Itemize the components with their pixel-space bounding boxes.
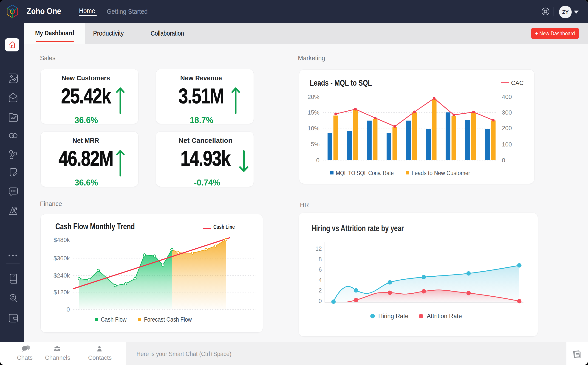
svg-text:4: 4 bbox=[319, 277, 322, 283]
svg-text:10%: 10% bbox=[308, 125, 319, 132]
svg-text:2: 2 bbox=[319, 287, 322, 294]
svg-text:12: 12 bbox=[315, 246, 322, 252]
svg-text:$480k: $480k bbox=[54, 236, 70, 243]
svg-text:20%: 20% bbox=[308, 93, 319, 100]
svg-text:8: 8 bbox=[319, 256, 322, 262]
svg-text:$360k: $360k bbox=[54, 255, 70, 262]
svg-text:100: 100 bbox=[502, 141, 512, 148]
svg-text:400: 400 bbox=[502, 93, 512, 100]
svg-text:MQL TO SQL Conv. Rate: MQL TO SQL Conv. Rate bbox=[336, 170, 394, 176]
svg-text:Attrition Rate: Attrition Rate bbox=[427, 312, 462, 320]
svg-text:Cash Flow: Cash Flow bbox=[101, 316, 127, 323]
svg-text:15%: 15% bbox=[308, 109, 319, 116]
svg-text:$240k: $240k bbox=[54, 272, 70, 279]
svg-text:Forecast Cash Flow: Forecast Cash Flow bbox=[144, 316, 192, 323]
svg-text:Hiring vs Attrition rate by ye: Hiring vs Attrition rate by year bbox=[312, 224, 404, 233]
svg-text:Chats: Chats bbox=[17, 354, 33, 361]
svg-text:Leads - MQL to SQL: Leads - MQL to SQL bbox=[310, 78, 372, 87]
svg-text:Contacts: Contacts bbox=[88, 354, 112, 361]
svg-text:$120k: $120k bbox=[54, 289, 70, 296]
svg-text:0: 0 bbox=[67, 306, 70, 313]
svg-text:Hiring Rate: Hiring Rate bbox=[378, 312, 408, 320]
svg-text:5%: 5% bbox=[311, 141, 319, 147]
svg-text:Cash Flow Monthly Trend: Cash Flow Monthly Trend bbox=[55, 222, 135, 231]
svg-text:300: 300 bbox=[502, 109, 512, 116]
svg-text:Channels: Channels bbox=[45, 354, 70, 361]
svg-text:Leads to New Customer: Leads to New Customer bbox=[411, 170, 470, 176]
svg-text:Cash Line: Cash Line bbox=[213, 223, 235, 230]
svg-text:0: 0 bbox=[502, 157, 505, 164]
svg-text:CAC: CAC bbox=[511, 79, 524, 86]
svg-text:0: 0 bbox=[316, 157, 319, 164]
svg-text:200: 200 bbox=[502, 125, 512, 132]
svg-text:0: 0 bbox=[319, 298, 322, 304]
svg-text:6: 6 bbox=[319, 266, 322, 273]
